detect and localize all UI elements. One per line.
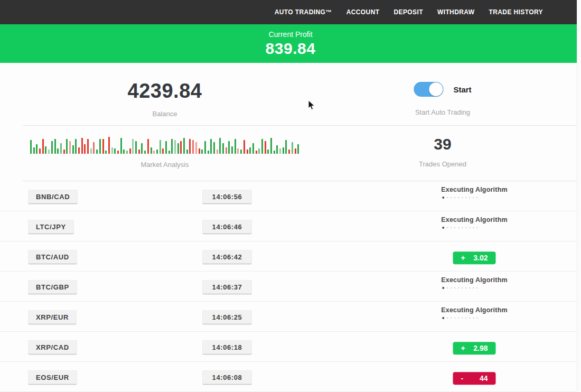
down-bar: [63, 150, 65, 154]
up-bar: [285, 140, 287, 154]
up-bar: [249, 147, 251, 154]
up-bar: [283, 147, 284, 154]
pair-chip[interactable]: BTC/GBP: [28, 280, 77, 295]
progress-dot: [442, 317, 444, 319]
progress-dots: [441, 227, 508, 229]
start-toggle[interactable]: [414, 82, 443, 97]
progress-dot: [442, 227, 444, 229]
up-bar: [60, 143, 62, 154]
balance-label: Balance: [128, 110, 202, 118]
up-bar: [213, 142, 215, 154]
down-bar: [78, 147, 80, 154]
up-bar: [120, 138, 122, 154]
down-bar: [180, 141, 182, 154]
up-bar: [132, 139, 134, 154]
nav-item-0[interactable]: AUTO TRADING™: [275, 8, 332, 16]
progress-dot: [465, 227, 467, 229]
up-bar: [174, 140, 176, 154]
progress-dot: [454, 318, 456, 319]
progress-dot: [473, 287, 474, 289]
down-bar: [84, 144, 86, 154]
up-bar: [165, 141, 167, 154]
progress-dot: [447, 318, 448, 319]
progress-dot: [462, 287, 463, 289]
trade-time: 14:06:42: [202, 250, 252, 265]
up-bar: [240, 150, 242, 154]
up-bar: [48, 150, 50, 154]
result-sign: +: [461, 344, 465, 352]
up-bar: [274, 151, 275, 154]
result-sign: -: [461, 374, 464, 382]
auto-trading-page: AUTO TRADING™ ACCOUNT DEPOSIT WITHDRAW T…: [0, 0, 581, 392]
up-bar: [96, 150, 98, 154]
progress-dot: [465, 197, 467, 199]
pair-chip[interactable]: BTC/AUD: [28, 250, 77, 265]
trade-time: 14:06:46: [202, 220, 252, 235]
up-bar: [66, 139, 68, 154]
progress-dot: [451, 318, 452, 319]
progress-dot: [442, 287, 444, 289]
pair-chip[interactable]: XRP/EUR: [28, 310, 77, 325]
progress-dot: [473, 318, 474, 319]
result-badge: +2.98: [453, 342, 496, 354]
up-bar: [267, 150, 269, 154]
up-bar: [252, 143, 254, 154]
result-sign: +: [461, 254, 465, 262]
executing-status: Executing Algorithm: [441, 276, 508, 289]
trades-list: BNB/CAD 14:06:56 Executing Algorithm LTC…: [0, 181, 581, 392]
down-bar: [117, 151, 119, 154]
trades-opened-value: 39: [419, 135, 466, 153]
up-bar: [99, 139, 101, 154]
down-bar: [69, 141, 71, 154]
up-bar: [57, 148, 59, 154]
nav-item-4[interactable]: TRADE HISTORY: [489, 8, 543, 16]
result-badge: +3.02: [453, 251, 496, 264]
down-bar: [189, 139, 191, 154]
progress-dot: [451, 197, 452, 199]
progress-dot: [476, 318, 478, 319]
up-bar: [51, 141, 53, 154]
down-bar: [81, 138, 83, 154]
down-bar: [102, 139, 104, 154]
pair-chip[interactable]: EOS/EUR: [28, 370, 77, 385]
down-bar: [265, 141, 266, 154]
progress-dot: [476, 227, 478, 229]
pair-chip[interactable]: BNB/CAD: [28, 190, 78, 204]
up-bar: [204, 141, 206, 154]
progress-dot: [458, 227, 460, 229]
up-bar: [270, 138, 272, 154]
progress-dot: [454, 227, 456, 229]
up-bar: [126, 151, 128, 154]
pair-chip[interactable]: XRP/CAD: [28, 340, 77, 355]
up-bar: [222, 143, 224, 154]
down-bar: [147, 139, 149, 154]
trade-row: LTC/JPY 14:06:46 Executing Algorithm: [0, 211, 581, 241]
toggle-knob: [429, 82, 443, 96]
progress-dot: [473, 197, 474, 199]
down-bar: [217, 150, 218, 154]
up-bar: [258, 148, 260, 154]
auto-trading-label: Start Auto Trading: [414, 108, 471, 116]
up-bar: [219, 138, 221, 154]
executing-status: Executing Algorithm: [441, 306, 508, 319]
nav-item-1[interactable]: ACCOUNT: [346, 8, 380, 16]
trade-time: 14:06:56: [202, 190, 252, 204]
trade-time: 14:06:18: [202, 340, 252, 355]
up-bar: [105, 151, 107, 154]
result-value: 44: [480, 374, 488, 382]
down-bar: [199, 148, 200, 154]
down-bar: [247, 150, 248, 154]
auto-trading-block: Start Start Auto Trading: [414, 82, 471, 116]
progress-dot: [454, 287, 456, 289]
pair-chip[interactable]: LTC/JPY: [28, 220, 74, 235]
nav-item-3[interactable]: WITHDRAW: [437, 8, 475, 16]
down-bar: [138, 150, 140, 154]
progress-dot: [473, 227, 474, 229]
nav-item-2[interactable]: DEPOSIT: [393, 8, 423, 16]
down-bar: [237, 148, 239, 154]
start-toggle-label: Start: [453, 85, 471, 94]
down-bar: [153, 151, 155, 154]
up-bar: [276, 145, 278, 154]
up-bar: [168, 151, 170, 154]
scrollbar-track[interactable]: [577, 0, 581, 392]
